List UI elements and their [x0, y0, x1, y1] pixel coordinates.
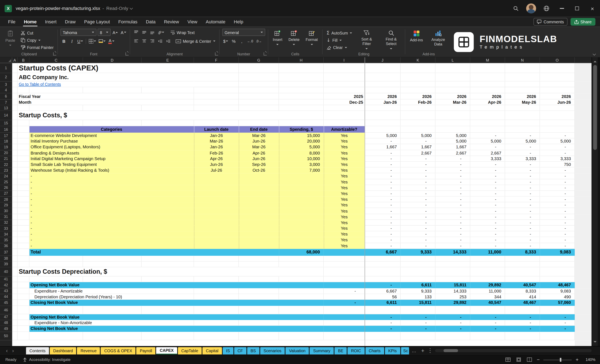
cell-J21[interactable]: -	[365, 156, 401, 162]
cell-A13[interactable]	[12, 105, 18, 111]
cell-A25[interactable]	[12, 179, 18, 185]
cell-I32[interactable]: Yes	[324, 220, 365, 226]
cell-M22[interactable]: -	[470, 162, 505, 168]
cell-C22[interactable]: Small Scale Lab Testing Equipment	[29, 162, 194, 168]
cell-K42[interactable]: 6,611	[401, 282, 435, 288]
cell-H14[interactable]	[279, 111, 324, 120]
cell-O25[interactable]: -	[540, 179, 575, 185]
fiscal-year-label[interactable]: Fiscal Year	[18, 93, 194, 100]
cell-O38[interactable]	[540, 256, 575, 262]
cell-L33[interactable]: -	[435, 226, 470, 231]
cell-A6[interactable]	[12, 93, 18, 100]
cell-C42[interactable]: Opening Net Book Value	[29, 282, 324, 288]
cell-B25[interactable]	[18, 179, 29, 185]
cell-K41[interactable]	[401, 276, 435, 282]
cell-O2[interactable]	[540, 73, 575, 82]
cell-I13[interactable]	[324, 105, 365, 111]
format-cells-button[interactable]: Format	[304, 29, 320, 47]
cell-C30[interactable]: -	[29, 208, 194, 214]
cell-A36[interactable]	[12, 243, 18, 249]
cell-M20[interactable]: 2,667	[470, 150, 505, 156]
cell-I40[interactable]	[324, 267, 365, 276]
cell-H28[interactable]	[279, 196, 324, 202]
zoom-slider-thumb[interactable]	[560, 358, 561, 362]
cell-H34[interactable]	[279, 231, 324, 237]
cell-N48[interactable]: -	[505, 320, 540, 326]
cell-J38[interactable]	[365, 256, 401, 262]
cell-C36[interactable]: -	[29, 243, 194, 249]
cell-L44[interactable]: 253	[435, 294, 470, 300]
cell-O43[interactable]: 9,083	[540, 288, 575, 294]
paste-button[interactable]: Paste	[3, 29, 17, 48]
cell-N46[interactable]	[505, 306, 540, 314]
cell-L39[interactable]	[435, 261, 470, 267]
cell-L27[interactable]: -	[435, 191, 470, 196]
company-name[interactable]: ABC Company Inc.	[18, 73, 194, 82]
cell-I31[interactable]: Yes	[324, 214, 365, 220]
cell-E15[interactable]	[142, 120, 194, 126]
delete-cells-button[interactable]: Delete	[287, 29, 301, 47]
cell-I17[interactable]: Yes	[324, 133, 365, 138]
share-button[interactable]: Share	[571, 18, 595, 26]
cell-H44[interactable]	[279, 294, 324, 300]
cell-A7[interactable]	[12, 99, 18, 105]
cell-M46[interactable]	[470, 306, 505, 314]
cell-G27[interactable]	[239, 191, 279, 196]
cell-G34[interactable]	[239, 231, 279, 237]
cell-F46[interactable]	[194, 306, 239, 314]
decrease-indent-button[interactable]	[157, 37, 164, 45]
cell-F4[interactable]	[194, 87, 239, 93]
cell-G15[interactable]	[239, 120, 279, 126]
row-header-4[interactable]: 4	[0, 87, 12, 93]
search-button[interactable]	[508, 0, 524, 17]
cell-A19[interactable]	[12, 144, 18, 150]
cell-M18[interactable]: 5,000	[470, 138, 505, 144]
sheet-tab-kpis[interactable]: KPIs	[385, 347, 400, 354]
cell-J23[interactable]: -	[365, 168, 401, 173]
cell-F41[interactable]	[194, 276, 239, 282]
cell-I18[interactable]: Yes	[324, 138, 365, 144]
cell-F44[interactable]	[194, 294, 239, 300]
row-header-42[interactable]: 42	[0, 282, 12, 288]
cell-G30[interactable]	[239, 208, 279, 214]
cell-G46[interactable]	[239, 306, 279, 314]
zoom-in-button[interactable]: +	[576, 357, 579, 362]
cell-C13[interactable]	[29, 105, 83, 111]
cell-G38[interactable]	[239, 256, 279, 262]
align-bottom-button[interactable]	[149, 29, 156, 36]
cell-A15[interactable]	[12, 120, 18, 126]
cell-J7[interactable]: Jan-26	[365, 99, 401, 105]
cell-K44[interactable]: 133	[401, 294, 435, 300]
cell-L49[interactable]: -	[435, 326, 470, 332]
cell-N33[interactable]: -	[505, 226, 540, 231]
cell-H19[interactable]: 5,000	[279, 144, 324, 150]
cell-L42[interactable]: 15,811	[435, 282, 470, 288]
cell-G48[interactable]	[239, 320, 279, 326]
cell-B48[interactable]	[18, 320, 29, 326]
cell-L31[interactable]: -	[435, 214, 470, 220]
cell-K28[interactable]: -	[401, 196, 435, 202]
cell-J25[interactable]: -	[365, 179, 401, 185]
cell-B30[interactable]	[18, 208, 29, 214]
cell-M2[interactable]	[470, 73, 505, 82]
sheet-tab-scenarios[interactable]: Scenarios	[260, 347, 285, 354]
cell-M27[interactable]: -	[470, 191, 505, 196]
cell-K16[interactable]	[401, 126, 435, 133]
cell-F35[interactable]	[194, 237, 239, 243]
cell-B36[interactable]	[18, 243, 29, 249]
cell-H29[interactable]	[279, 202, 324, 208]
cell-A27[interactable]	[12, 191, 18, 196]
cell-C24[interactable]: -	[29, 173, 194, 179]
cell-M6[interactable]: 2026	[470, 93, 505, 100]
cell-H18[interactable]: 20,000	[279, 138, 324, 144]
cell-I2[interactable]	[324, 73, 365, 82]
find-select-button[interactable]: Find & Select	[380, 29, 402, 51]
cell-M37[interactable]: 11,000	[470, 249, 505, 255]
cell-H37[interactable]: 68,000	[279, 249, 324, 255]
cell-J3[interactable]	[365, 82, 401, 87]
row-header-17[interactable]: 17	[0, 133, 12, 138]
row-header-34[interactable]: 34	[0, 231, 12, 237]
cell-O29[interactable]: -	[540, 202, 575, 208]
cell-A16[interactable]	[12, 126, 18, 133]
cell-B39[interactable]	[18, 261, 29, 267]
